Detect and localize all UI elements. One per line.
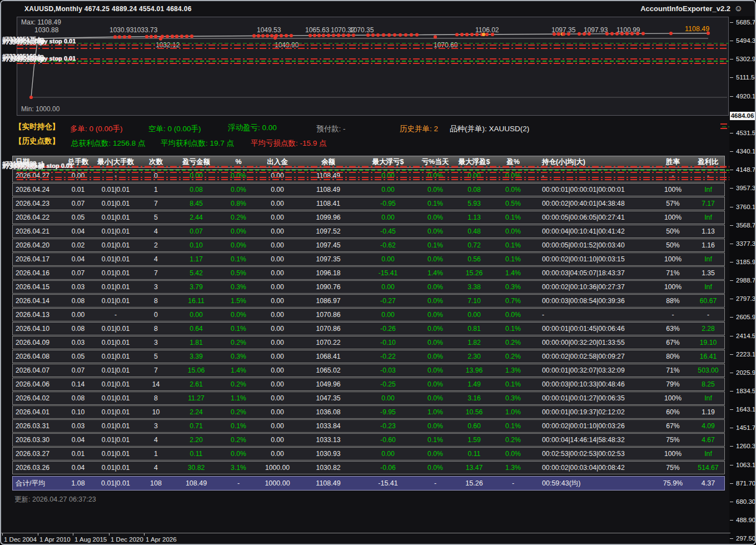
cell: 0.1% <box>416 434 455 446</box>
table-row: 2026.04.170.040.01|0.0141.170.1%0.001097… <box>12 252 725 266</box>
cell: 0.81 <box>455 323 494 335</box>
axis-tick-label: 5685.70 <box>736 19 756 26</box>
cell: 2026.04.07 <box>13 364 63 376</box>
cell: 0.0% <box>218 170 258 182</box>
cell: 100% <box>655 392 691 404</box>
cell: 1036.08 <box>296 406 360 418</box>
cell: 0.2% <box>218 406 258 418</box>
cell: 8 <box>138 295 174 307</box>
cell: 1049.96 <box>296 378 360 390</box>
history-merged-value: 历史并单: 2 <box>400 124 438 134</box>
cell: 00:02:53|00:02:53|00:02:53 <box>533 448 655 460</box>
cell: - <box>691 170 725 182</box>
table-row: 2026.04.240.010.01|0.0110.080.0%0.001108… <box>12 183 725 196</box>
cell: 0.0% <box>218 448 258 460</box>
cell: 0.0% <box>416 253 455 265</box>
axis-tick-label: 2605.90 <box>736 314 756 320</box>
cell: 108 <box>138 477 174 490</box>
cell: 0.1% <box>218 323 258 335</box>
cell: - <box>93 170 138 182</box>
cell: 0.0% <box>416 350 455 363</box>
table-row: 2026.04.140.080.01|0.01816.111.5%0.00108… <box>12 294 725 308</box>
axis-tick-label: 5111.50 <box>736 74 756 81</box>
axis-tick-label: 2988.70 <box>736 277 756 284</box>
table-row: 2026.04.220.050.01|0.0152.440.2%0.001099… <box>12 211 725 224</box>
cell: 00:00:02|00:10:36|00:27:37 <box>533 281 655 293</box>
cell: 0.0% <box>416 309 455 321</box>
table-row: 2026.03.310.030.01|0.0130.710.1%0.001033… <box>12 419 725 433</box>
cell: 2026.04.27 <box>13 170 63 182</box>
axis-tick-label: 5302.90 <box>736 56 756 62</box>
cell: 0.1% <box>218 420 258 432</box>
axis-tick-mark <box>730 133 733 133</box>
balance-point-label: 1070.35 <box>350 26 374 34</box>
cell: 1047.35 <box>296 392 360 404</box>
chart-title-bar: XAUUSD,Monthly 4674.25 4889.24 4554.01 4… <box>1 1 755 16</box>
cell: 3.39 <box>174 350 218 363</box>
cell: 1.35 <box>691 267 725 279</box>
cell: 0.3% <box>218 281 258 293</box>
cell: 4.37 <box>691 477 725 490</box>
cell: 0.04 <box>63 225 93 237</box>
smiley-icon[interactable]: ☺ <box>734 3 743 13</box>
cell: 2.44 <box>174 211 218 224</box>
cell: 15.06 <box>174 364 218 376</box>
cell: 00:00:03|00:08:54|00:39:36 <box>533 295 655 307</box>
cell: 0.0% <box>416 364 455 376</box>
cell: 63% <box>655 323 691 335</box>
axis-tick-mark <box>730 22 733 23</box>
balance-point-label: 1030.88 <box>34 26 58 34</box>
cell: 4.09 <box>691 420 725 432</box>
axis-tick-label: 4340.10 <box>736 148 756 155</box>
realtime-title: 【实时持仓】 <box>14 122 59 132</box>
cell: 0.00 <box>360 184 416 196</box>
cell: 0.00 <box>360 448 416 460</box>
cell: 0.04 <box>63 434 93 446</box>
balance-point-label: 1106.02 <box>475 26 499 34</box>
cell: 0.01|0.01 <box>93 406 138 418</box>
time-tick-mark <box>144 533 145 536</box>
time-axis[interactable]: 1 Dec 20041 Apr 20101 Aug 20151 Dec 2020… <box>1 533 730 544</box>
cell: 1.13 <box>691 225 725 237</box>
cell: 1.5% <box>218 295 258 307</box>
cell: 2.20 <box>174 434 218 446</box>
cell: 00:00:03|04:05:07|18:43:37 <box>533 267 655 279</box>
cell: 0.1% <box>494 211 533 224</box>
cell: 2 <box>138 239 174 251</box>
cell: 1.59 <box>455 434 494 446</box>
cell: 1.3% <box>494 364 533 376</box>
cell: 14 <box>138 378 174 390</box>
cell: 00:00:05|00:01:52|00:03:40 <box>533 239 655 251</box>
daily-stats-table: 日期总手数最小|大手数次数盈亏金额%出入金余额最大浮亏$亏%当天最大浮盈$盈%持… <box>12 156 725 490</box>
min-balance-label: Min: 1000.00 <box>21 105 59 113</box>
cell: 0.00 <box>258 406 296 418</box>
cell: 8 <box>138 323 174 335</box>
cell: 0.0% <box>416 211 455 224</box>
last-update-label: 更新: 2026.04.27 06:37:23 <box>14 495 96 504</box>
price-axis[interactable]: 5685.705494.305302.905111.504920.104722.… <box>729 16 755 544</box>
floating-pl-value: 浮动盈亏: 0.00 <box>228 123 277 133</box>
cell: 0.00 <box>258 434 296 446</box>
cell: 1108.41 <box>296 197 360 210</box>
cell: -15.41 <box>360 267 416 279</box>
total-profit-points: 总获利点数: 1256.8 点 <box>71 138 146 148</box>
cell: 0 <box>138 309 174 321</box>
cell: 50% <box>655 239 691 251</box>
cell: 0.01|0.01 <box>93 336 138 349</box>
table-row: 2026.03.260.040.01|0.01430.823.1%1000.00… <box>12 461 725 474</box>
cell: 0.05 <box>63 211 93 224</box>
cell: 0.5% <box>494 197 533 210</box>
cell: 1030.82 <box>296 462 360 474</box>
cell: -0.03 <box>360 364 416 376</box>
cell: 00:00:04|14:46:14|58:48:32 <box>533 434 655 446</box>
cell: 5 <box>138 211 174 224</box>
cell: 0.0% <box>416 392 455 404</box>
cell: - <box>416 477 455 490</box>
mt4-chart-window: XAUUSD,Monthly 4674.25 4889.24 4554.01 4… <box>0 0 756 545</box>
cell: 2026.04.24 <box>13 184 63 196</box>
cell: 0.01|0.01 <box>93 184 138 196</box>
table-row: 2026.04.270.00-00.000.0%0.001108.490.000… <box>12 169 725 182</box>
cell: 30.82 <box>174 462 218 474</box>
cell: 0.3% <box>494 392 533 404</box>
cell: 75.9% <box>655 477 691 490</box>
